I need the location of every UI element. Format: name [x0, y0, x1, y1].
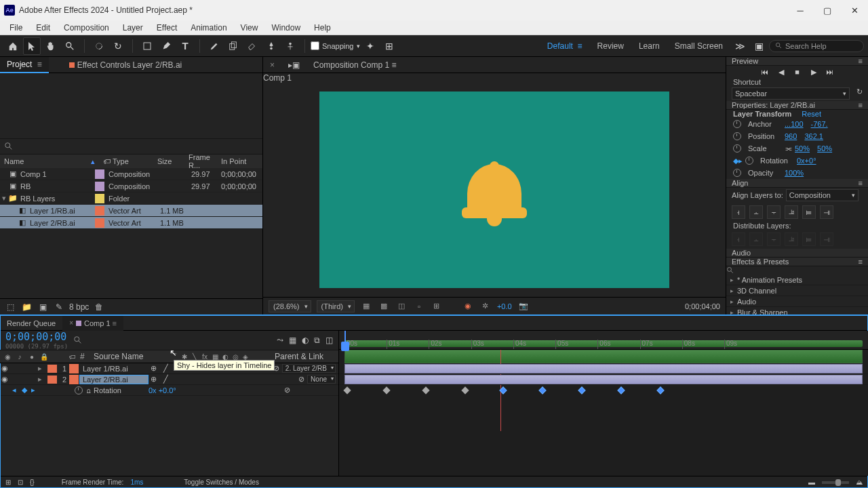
align-panel-header[interactable]: Align≡ — [726, 179, 868, 188]
align-bottom-button[interactable]: ⫣ — [820, 205, 833, 219]
effect-category[interactable]: ▸Audio — [726, 296, 868, 307]
orbit-tool[interactable] — [90, 37, 108, 55]
text-tool[interactable]: T — [176, 37, 194, 55]
snap-option-icon[interactable]: ✦ — [361, 37, 379, 55]
puppet-tool[interactable] — [281, 37, 299, 55]
align-vcenter-button[interactable]: ⫢ — [802, 205, 816, 219]
clone-tool[interactable] — [224, 37, 242, 55]
snapping-toggle[interactable]: Snapping ▾ — [311, 41, 360, 50]
timeline-columns[interactable]: ◉ ♪ ● 🔒 🏷 # Source Name ⌒ ✱╲fx ▦◐◎◈ Pare… — [0, 350, 338, 363]
effect-category[interactable]: ▸3D Channel — [726, 285, 868, 296]
trash-icon[interactable]: 🗑 — [93, 301, 105, 313]
stopwatch-icon[interactable] — [75, 386, 83, 394]
interpret-icon[interactable]: ⬚ — [4, 301, 16, 313]
menu-effect[interactable]: Effect — [150, 22, 184, 34]
expression-pick-icon[interactable]: ⊘ — [284, 386, 338, 394]
menu-file[interactable]: File — [3, 22, 29, 34]
workspace-more-icon[interactable]: ≫ — [731, 37, 749, 55]
hand-tool[interactable] — [42, 37, 60, 55]
project-item[interactable]: ◧Layer 2/RB.aiVector Art1.1 MB — [0, 217, 262, 229]
preview-panel-header[interactable]: Preview≡ — [726, 57, 868, 66]
magnification-dropdown[interactable]: (28.6%) — [269, 300, 311, 312]
composition-tab[interactable]: Composition Comp 1 ≡ — [307, 57, 403, 73]
comp-breadcrumb[interactable]: Comp 1 — [263, 73, 726, 83]
playhead[interactable] — [344, 331, 346, 349]
snap-grid-icon[interactable]: ⊞ — [380, 37, 398, 55]
play-button[interactable]: ▶ — [808, 66, 820, 78]
rotation-prop-row[interactable]: ◂ ◆ ▸ ⩍ Rotation 0x +0.0° ⊘ — [0, 385, 338, 396]
align-left-button[interactable]: ⫞ — [732, 205, 745, 219]
menu-window[interactable]: Window — [264, 22, 307, 34]
prev-frame-button[interactable]: ◀ — [775, 66, 787, 78]
motion-blur-icon[interactable]: ◐ — [302, 336, 309, 345]
property-row[interactable]: Position960 362.1 — [726, 130, 868, 142]
keyframe[interactable] — [538, 386, 546, 394]
composition-viewer[interactable] — [263, 83, 726, 297]
effect-category[interactable]: ▸* Animation Presets — [726, 274, 868, 285]
eraser-tool[interactable] — [243, 37, 261, 55]
keyframe[interactable] — [617, 386, 625, 394]
fast-preview-icon[interactable]: ▦ — [360, 300, 372, 312]
property-row[interactable]: Scale⫘50% 50% — [726, 142, 868, 155]
channel-icon[interactable]: ◉ — [462, 300, 474, 312]
selection-tool[interactable] — [23, 37, 41, 55]
toggle-switches-button[interactable]: Toggle Switches / Modes — [184, 479, 259, 486]
resolution-dropdown[interactable]: (Third) — [317, 300, 355, 312]
project-tab[interactable]: Project ≡ — [0, 57, 49, 73]
comp-tab-flow[interactable]: ▸▣ — [281, 57, 307, 73]
keyframe[interactable] — [382, 386, 390, 394]
effect-controls-tab[interactable]: Effect Controls Layer 2/RB.ai — [62, 57, 189, 73]
align-right-button[interactable]: ⫟ — [767, 205, 781, 219]
workspace-default[interactable]: Default ≡ — [547, 41, 583, 51]
guides-icon[interactable]: ⊞ — [431, 300, 443, 312]
project-bpc[interactable]: 8 bpc — [69, 302, 89, 312]
transparency-grid-icon[interactable]: ▩ — [378, 300, 390, 312]
layer2-track[interactable] — [339, 374, 868, 385]
layer1-track[interactable] — [339, 363, 868, 374]
keyframe[interactable] — [461, 386, 469, 394]
keyframe[interactable] — [343, 386, 351, 394]
tl-footer-icon2[interactable]: ⊡ — [18, 479, 23, 486]
menu-edit[interactable]: Edit — [29, 22, 57, 34]
current-time[interactable]: 0;00;00;00 — [5, 331, 68, 343]
align-top-button[interactable]: ⫡ — [785, 205, 798, 219]
align-hcenter-button[interactable]: ⫠ — [749, 205, 763, 219]
keyframe[interactable] — [422, 386, 429, 394]
draft3d-icon[interactable]: ◫ — [326, 336, 333, 345]
rotation-keyframes[interactable] — [339, 385, 868, 396]
speaker-col-icon[interactable]: ♪ — [15, 352, 24, 361]
zoom-out-icon[interactable]: ▬ — [808, 479, 815, 486]
timeline-layer[interactable]: ◉▸1Layer 1/RB.ai⊕ ╱⊘2. Layer 2/RB — [0, 363, 338, 374]
close-button[interactable]: ✕ — [841, 0, 868, 20]
home-tool[interactable] — [4, 37, 22, 55]
comp-tab-close[interactable]: × — [263, 57, 281, 73]
rotate-tool[interactable]: ↻ — [109, 37, 127, 55]
timeline-zoom-slider[interactable] — [822, 481, 849, 484]
solo-col-icon[interactable]: ● — [27, 352, 37, 361]
zoom-in-icon[interactable]: ⛰ — [856, 479, 863, 486]
effects-panel-header[interactable]: Effects & Presets≡ — [726, 258, 868, 266]
snapping-checkbox[interactable] — [311, 41, 319, 50]
align-to-dropdown[interactable]: Composition — [786, 189, 859, 201]
keyframe[interactable] — [656, 386, 664, 394]
3d-icon[interactable]: ▫ — [413, 300, 425, 312]
maximize-button[interactable]: ▢ — [814, 0, 841, 20]
roto-tool[interactable] — [262, 37, 280, 55]
snapshot-icon[interactable]: 📷 — [517, 300, 530, 312]
work-area-track[interactable] — [344, 350, 863, 363]
last-frame-button[interactable]: ⏭ — [824, 66, 836, 78]
property-row[interactable]: Anchor...100 -767. — [726, 118, 868, 130]
mask-icon[interactable]: ◫ — [395, 300, 408, 312]
properties-panel-header[interactable]: Properties: Layer 2/RB.ai≡ — [726, 101, 868, 110]
menu-view[interactable]: View — [234, 22, 265, 34]
menu-animation[interactable]: Animation — [184, 22, 233, 34]
prev-key-icon[interactable]: ◂ — [12, 386, 22, 394]
rotation-value[interactable]: 0x +0.0° — [149, 386, 176, 394]
tl-footer-icon3[interactable]: {} — [30, 479, 35, 486]
graph-editor-icon[interactable]: ⧉ — [314, 336, 320, 345]
menu-help[interactable]: Help — [307, 22, 338, 34]
project-item[interactable]: ▣Comp 1Composition29.970;00;00;00 — [0, 168, 262, 180]
shortcut-dropdown[interactable]: Spacebar — [732, 87, 850, 100]
menu-composition[interactable]: Composition — [57, 22, 116, 34]
frame-blend-icon[interactable]: ▦ — [289, 336, 296, 345]
